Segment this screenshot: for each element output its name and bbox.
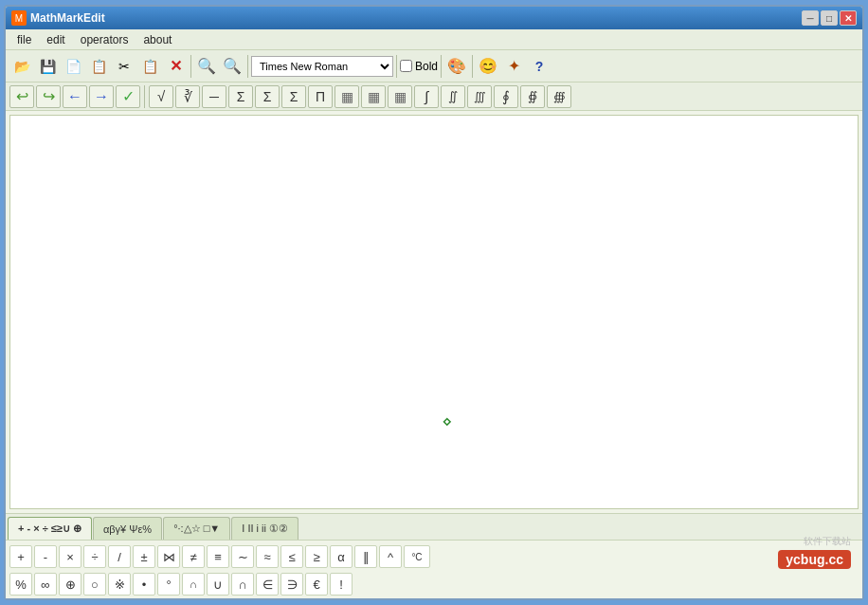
menu-file[interactable]: file — [9, 31, 39, 48]
menubar: file edit operators about — [6, 29, 862, 50]
tab-greek[interactable]: αβγ¥ Ψε% — [93, 517, 162, 540]
sym-cap[interactable]: ∩ — [231, 573, 254, 596]
prev-button[interactable]: ← — [63, 85, 87, 108]
emoji-button[interactable]: 😊 — [476, 54, 500, 79]
sym-leq[interactable]: ≤ — [280, 545, 303, 568]
app-icon: M — [11, 10, 27, 26]
contour2-button[interactable]: ∯ — [520, 85, 545, 108]
sym-times[interactable]: × — [59, 545, 81, 568]
sym-sim[interactable]: ∼ — [231, 545, 254, 568]
toolbar-separator1 — [190, 55, 191, 78]
window-title: MathMarkEdit — [30, 11, 105, 25]
sym-bowtie[interactable]: ⋈ — [157, 545, 180, 568]
titlebar-controls: ─ □ ✕ — [802, 10, 857, 26]
close-button[interactable]: ✕ — [840, 10, 857, 26]
contour-button[interactable]: ∮ — [494, 85, 518, 108]
menu-about[interactable]: about — [136, 31, 179, 48]
matrix3-button[interactable]: ▦ — [388, 85, 412, 108]
tab-geometric[interactable]: °·:△☆ □▼ — [163, 517, 230, 540]
sym-neq[interactable]: ≠ — [182, 545, 205, 568]
double-integral-button[interactable]: ∬ — [441, 85, 465, 108]
sym-pm[interactable]: ± — [133, 545, 155, 568]
sym-caret[interactable]: ^ — [379, 545, 402, 568]
sym-excl[interactable]: ! — [330, 573, 353, 596]
sym-degree[interactable]: ° — [157, 573, 180, 596]
help-button[interactable]: ? — [527, 54, 552, 79]
symbol-panel: + - × ÷ / ± ⋈ ≠ ≡ ∼ ≈ ≤ ≥ α ‖ ^ °C % ∞ ⊕… — [6, 540, 862, 598]
titlebar-left: M MathMarkEdit — [11, 10, 105, 26]
sym-equiv[interactable]: ≡ — [207, 545, 229, 568]
integral-button[interactable]: ∫ — [414, 85, 439, 108]
sym-asterism[interactable]: ※ — [108, 573, 131, 596]
sym-cup[interactable]: ∪ — [207, 573, 229, 596]
sym-minus[interactable]: - — [34, 545, 57, 568]
sym-ni[interactable]: ∋ — [280, 573, 303, 596]
sym-bullet[interactable]: • — [133, 573, 155, 596]
minimize-button[interactable]: ─ — [802, 10, 819, 26]
zoom-in-button[interactable]: 🔍 — [194, 54, 219, 79]
sym-div[interactable]: ÷ — [83, 545, 106, 568]
zoom-out-button[interactable]: 🔍 — [220, 54, 244, 79]
copy-button[interactable]: 📋 — [86, 54, 111, 79]
toolbar-separator4 — [441, 55, 442, 78]
color-button[interactable]: 🎨 — [444, 54, 469, 79]
next-button[interactable]: → — [89, 85, 114, 108]
toolbar1: 📂 💾 📄 📋 ✂ 📋 ✕ 🔍 🔍 Times New Roman Bold 🎨… — [6, 50, 862, 82]
main-window: M MathMarkEdit ─ □ ✕ file edit operators… — [4, 5, 864, 600]
sym-percent[interactable]: % — [9, 573, 32, 596]
symbol-row-2: % ∞ ⊕ ○ ※ • ° ∩ ∪ ∩ ∈ ∋ € ! — [9, 571, 859, 597]
sym-infinity[interactable]: ∞ — [34, 573, 57, 596]
text-cursor: ⬦ — [442, 410, 452, 430]
toolbar2: ↩ ↪ ← → ✓ √ ∛ ─ Σ Σ Σ Π ▦ ▦ ▦ ∫ ∬ ∭ ∮ ∯ … — [6, 82, 862, 111]
sym-circle[interactable]: ○ — [83, 573, 106, 596]
sym-alpha[interactable]: α — [330, 545, 353, 568]
redo-button[interactable]: ↪ — [36, 85, 61, 108]
bold-control: Bold — [400, 60, 438, 73]
symbol-tabs: + - × ÷ ≤≥∪ ⊕ αβγ¥ Ψε% °·:△☆ □▼ I II i i… — [6, 513, 862, 540]
open-button[interactable]: 📂 — [9, 54, 34, 79]
sym-geq[interactable]: ≥ — [305, 545, 328, 568]
sum3-button[interactable]: Σ — [281, 85, 306, 108]
sym-parallel[interactable]: ‖ — [354, 545, 377, 568]
pdf-button[interactable]: 📄 — [61, 54, 85, 79]
paste-button[interactable]: 📋 — [137, 54, 162, 79]
symbol-row-1: + - × ÷ / ± ⋈ ≠ ≡ ∼ ≈ ≤ ≥ α ‖ ^ °C — [9, 543, 859, 570]
cbrt-button[interactable]: ∛ — [175, 85, 200, 108]
star-button[interactable]: ✦ — [501, 54, 526, 79]
matrix2-button[interactable]: ▦ — [361, 85, 386, 108]
bold-label: Bold — [415, 60, 438, 73]
toolbar-separator3 — [396, 55, 397, 78]
sum2-button[interactable]: Σ — [255, 85, 280, 108]
matrix1-button[interactable]: ▦ — [335, 85, 359, 108]
sqrt-button[interactable]: √ — [149, 85, 173, 108]
sym-plus[interactable]: + — [9, 545, 32, 568]
tab-roman[interactable]: I II i ii ①② — [231, 517, 298, 540]
maximize-button[interactable]: □ — [821, 10, 838, 26]
toolbar-separator5 — [472, 55, 473, 78]
delete-button[interactable]: ✕ — [163, 54, 188, 79]
undo-button[interactable]: ↩ — [9, 85, 34, 108]
sym-oplus[interactable]: ⊕ — [59, 573, 81, 596]
save-button[interactable]: 💾 — [35, 54, 60, 79]
triple-integral-button[interactable]: ∭ — [467, 85, 492, 108]
menu-operators[interactable]: operators — [73, 31, 136, 48]
titlebar: M MathMarkEdit ─ □ ✕ — [6, 7, 862, 29]
contour3-button[interactable]: ∰ — [547, 85, 571, 108]
sym-celsius[interactable]: °C — [404, 545, 430, 568]
sym-approx[interactable]: ≈ — [256, 545, 279, 568]
font-select[interactable]: Times New Roman — [251, 56, 393, 77]
sym-euro[interactable]: € — [305, 573, 328, 596]
sym-smile[interactable]: ∩ — [182, 573, 205, 596]
menu-edit[interactable]: edit — [39, 31, 72, 48]
minus-btn[interactable]: ─ — [202, 85, 226, 108]
editor-area[interactable]: ⬦ — [9, 115, 859, 509]
sym-slash[interactable]: / — [108, 545, 131, 568]
cut-button[interactable]: ✂ — [112, 54, 136, 79]
bold-checkbox[interactable] — [400, 60, 412, 72]
prod-button[interactable]: Π — [308, 85, 333, 108]
check-button[interactable]: ✓ — [116, 85, 140, 108]
sum-button[interactable]: Σ — [228, 85, 253, 108]
sym-in[interactable]: ∈ — [256, 573, 279, 596]
toolbar-separator2 — [247, 55, 248, 78]
tab-operators[interactable]: + - × ÷ ≤≥∪ ⊕ — [8, 517, 92, 540]
